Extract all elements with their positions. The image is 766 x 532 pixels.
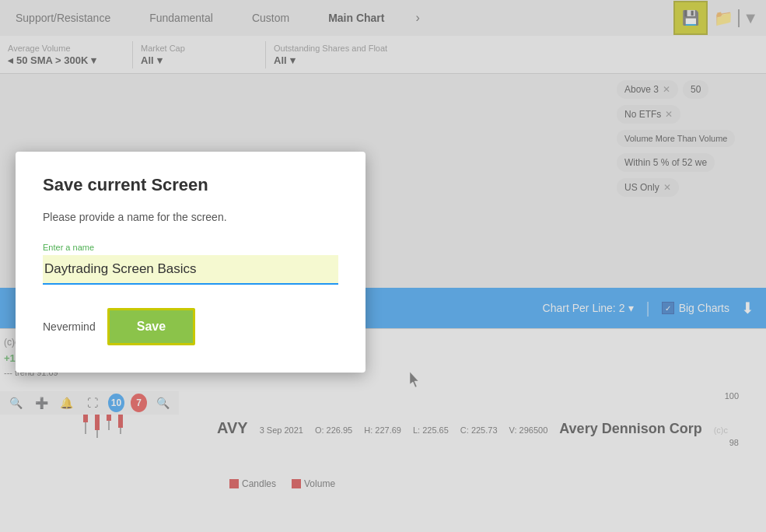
nevermind-button[interactable]: Nevermind — [43, 314, 96, 339]
input-label: Enter a name — [43, 243, 338, 252]
screen-name-input[interactable] — [44, 258, 337, 280]
modal-title: Save current Screen — [43, 175, 338, 195]
save-button[interactable]: Save — [107, 308, 195, 345]
modal-actions: Nevermind Save — [43, 308, 338, 345]
save-screen-modal: Save current Screen Please provide a nam… — [16, 152, 366, 373]
name-input-group: Enter a name — [43, 243, 338, 285]
modal-description: Please provide a name for the screen. — [43, 211, 338, 223]
